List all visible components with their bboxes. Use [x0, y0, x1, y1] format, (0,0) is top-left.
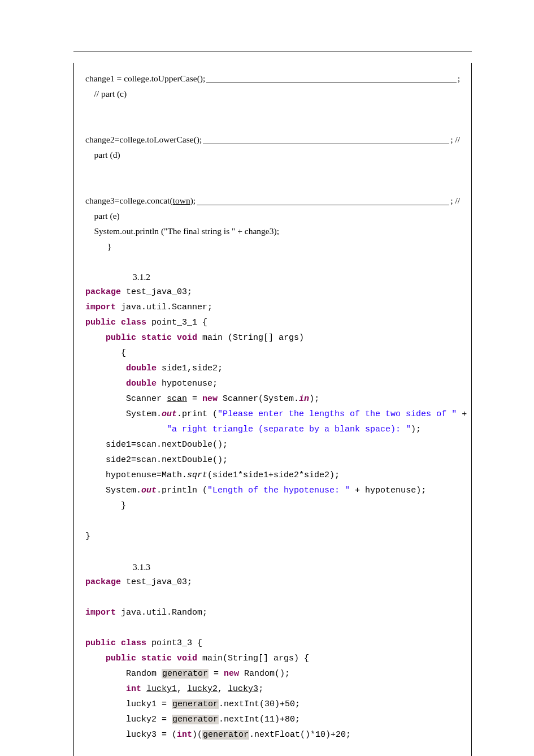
code-312-l11: side1=scan.nextDouble(); — [85, 437, 460, 452]
blank — [85, 513, 460, 529]
code-312-l06: double side1,side2; — [85, 361, 460, 376]
code-312-l17: } — [85, 529, 460, 544]
code-313-l08: int lucky1, lucky2, lucky3; — [85, 681, 460, 697]
line-change1-fill — [206, 71, 456, 83]
line-change2-right: ; // — [450, 132, 460, 147]
code-313-l10: lucky2 = generator.nextInt(11)+80; — [85, 712, 460, 727]
code-312-l13: hypotenuse=Math.sqrt(side1*side1+side2*s… — [85, 468, 460, 483]
line-change3-right: ; // — [450, 193, 460, 208]
line-parte: part (e) — [85, 208, 460, 223]
blank — [85, 178, 460, 193]
header-rule — [73, 51, 472, 51]
blank — [85, 590, 460, 605]
code-312-l05: { — [85, 345, 460, 361]
content-box: change1 = college.toUpperCase(); ; // pa… — [73, 63, 472, 756]
blank — [85, 620, 460, 636]
code-312-l09: System.out.print ("Please enter the leng… — [85, 407, 460, 422]
code-313-l11: lucky3 = (int)(generator.nextFloat()*10)… — [85, 727, 460, 742]
code-312-l02: import java.util.Scanner; — [85, 300, 460, 315]
blank — [85, 116, 460, 132]
code-313-l05: public class point3_3 { — [85, 636, 460, 651]
line-change1-left: change1 = college.toUpperCase(); — [85, 71, 205, 86]
page: change1 = college.toUpperCase(); ; // pa… — [0, 0, 534, 756]
line-change2: change2=college.toLowerCase(); ; // — [85, 132, 460, 147]
line-println: System.out.println ("The final string is… — [85, 223, 460, 239]
line-change2-fill — [203, 132, 449, 144]
code-313-l01: package test_java_03; — [85, 574, 460, 590]
code-312-l15: } — [85, 498, 460, 513]
code-312-l14: System.out.println ("Length of the hypot… — [85, 483, 460, 498]
code-313-l06: public static void main(String[] args) { — [85, 651, 460, 666]
blank — [85, 254, 460, 269]
code-312-l01: package test_java_03; — [85, 284, 460, 300]
code-312-l08: Scanner scan = new Scanner(System.in); — [85, 391, 460, 407]
code-312-l07: double hypotenuse; — [85, 376, 460, 391]
line-partc: // part (c) — [85, 86, 460, 101]
line-change3-left: change3=college.concat(town); — [85, 193, 196, 208]
line-change1: change1 = college.toUpperCase(); ; — [85, 71, 460, 86]
section-312: 3.1.2 — [133, 269, 460, 284]
code-312-l03: public class point_3_1 { — [85, 315, 460, 330]
line-change3: change3=college.concat(town); ; // — [85, 193, 460, 208]
line-change1-right: ; — [458, 71, 460, 86]
code-313-l03: import java.util.Random; — [85, 605, 460, 620]
code-312-l04: public static void main (String[] args) — [85, 330, 460, 345]
line-brace: } — [85, 239, 460, 254]
line-change2-left: change2=college.toLowerCase(); — [85, 132, 202, 147]
line-partd: part (d) — [85, 147, 460, 162]
code-312-l10: "a right triangle (separate by a blank s… — [85, 422, 460, 437]
section-313: 3.1.3 — [133, 559, 460, 574]
code-312-l12: side2=scan.nextDouble(); — [85, 452, 460, 468]
blank — [85, 162, 460, 178]
line-change3-fill — [197, 193, 449, 205]
code-313-l09: lucky1 = generator.nextInt(30)+50; — [85, 697, 460, 712]
code-313-l07: Random generator = new Random(); — [85, 666, 460, 681]
blank — [85, 101, 460, 116]
blank — [85, 544, 460, 559]
